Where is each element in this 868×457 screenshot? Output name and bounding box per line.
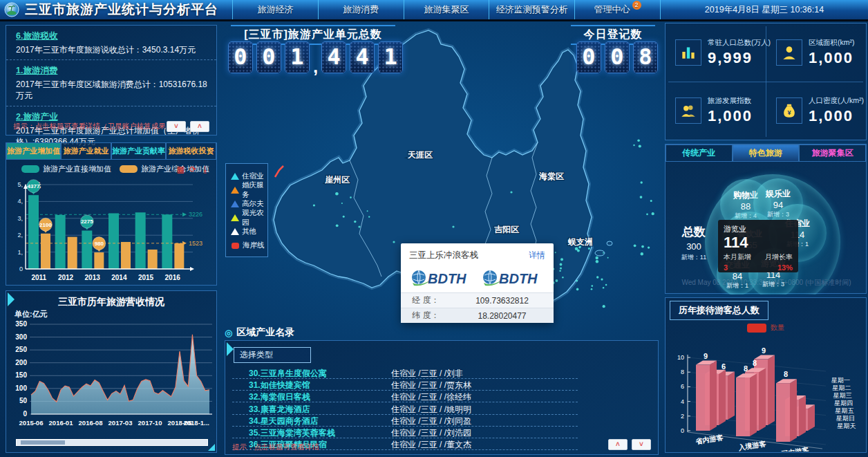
nav-item-5[interactable]: 管理中心2: [574, 0, 661, 19]
svg-text:0: 0: [23, 410, 27, 418]
svg-text:100: 100: [15, 384, 27, 392]
directory-item-type: 住宿业 /三亚 / /刘非: [391, 368, 463, 380]
header-datetime: 2019年4月8日 星期三 10:36:14: [661, 4, 868, 16]
svg-text:2015-06: 2015-06: [19, 419, 44, 427]
summary-list: 6.旅游税收2017年三亚市年度旅游说收总计：3450.3.14万元1.旅游消费…: [6, 26, 216, 152]
directory-prev-button[interactable]: ˄: [608, 439, 628, 450]
stat-cell-2: 区域面积(km²)1,000: [766, 24, 867, 82]
directory-item-type: 住宿业 /三亚 / /贾东林: [391, 380, 471, 391]
directory-item-type: 住宿业 /三亚 / /刘同盈: [391, 416, 471, 427]
bullet-icon: ◎: [225, 328, 232, 338]
map-legend-item-6[interactable]: 海岸线: [231, 239, 267, 252]
industry-chart-panel: 旅游产业增加值旅游产业就业旅游产业贡献率旅游税收投资 旅游产业直接增加值旅游产业…: [6, 142, 217, 286]
stat-value: 1,000: [708, 107, 753, 125]
bar-chart-icon: [675, 39, 701, 66]
tab-2[interactable]: 旅游产业就业: [61, 143, 111, 160]
chart-scrollbar[interactable]: [16, 439, 208, 446]
category-panel: 传统产业特色旅游旅游聚集区 总数 300 新增：11 购物业88新增：4娱乐业9…: [665, 144, 867, 294]
nav-item-2[interactable]: 旅游消费: [318, 0, 404, 19]
directory-row-1: 30.三亚帛生度假公寓住宿业 /三亚 / /刘非: [232, 367, 578, 379]
coordinate-value: 18.28020477: [451, 311, 554, 321]
directory-item-name[interactable]: 35.三亚海棠湾芙蓉客栈: [249, 427, 335, 439]
svg-text:2016: 2016: [165, 274, 181, 281]
svg-text:星期一: 星期一: [831, 377, 850, 384]
industry-panel-tools: ▦ ⟳ ⭳: [177, 165, 209, 174]
type-filter-select[interactable]: 选择类型: [234, 347, 311, 363]
data-view-icon[interactable]: ▦: [177, 165, 185, 174]
svg-text:2018-1...: 2018-1...: [184, 419, 210, 427]
stat-cell-4: ¥人口密度(人/km²)1,000: [766, 82, 867, 140]
directory-next-button[interactable]: ˅: [632, 439, 651, 450]
summary-item-title[interactable]: 6.旅游税收: [16, 30, 208, 42]
svg-text:5,: 5,: [17, 181, 23, 188]
svg-text:2,: 2,: [17, 232, 23, 239]
category-tab-3[interactable]: 旅游聚集区: [799, 144, 866, 162]
svg-text:星期三: 星期三: [833, 392, 852, 399]
map-legend-item-2[interactable]: 婚庆服务: [231, 183, 267, 197]
tooltip-monthly-label: 本月新增: [724, 252, 751, 262]
bubble-total-value: 300: [671, 241, 717, 252]
svg-text:星期二: 星期二: [831, 384, 851, 391]
poi-detail-link[interactable]: 详情: [529, 250, 545, 261]
district-label-1: 天涯区: [407, 150, 433, 160]
bubble-total-label: 总数: [671, 224, 717, 240]
svg-text:BDTH: BDTH: [499, 271, 538, 286]
counter-digit: 1: [285, 41, 310, 73]
tab-4[interactable]: 旅游税收投资: [166, 143, 216, 160]
header: 三亚市旅游产业统计与分析平台 旅游经济旅游消费旅游集聚区经济监测预警分析管理中心…: [0, 0, 868, 19]
map-legend-item-4[interactable]: 观光农园: [231, 211, 267, 225]
bubble-tooltip: 游览业 114 本月新增 月增长率 3 13%: [718, 220, 798, 272]
app-logo-icon: [4, 2, 19, 17]
coordinate-label: 纬 度：: [401, 310, 451, 321]
stat-value: 1,000: [809, 107, 864, 125]
svg-text:300: 300: [15, 333, 27, 341]
visitors-chart-title: 历年接待游客总人数: [670, 301, 768, 320]
category-tab-1[interactable]: 传统产业: [666, 144, 733, 162]
nav-item-4[interactable]: 经济监测预警分析: [489, 0, 574, 19]
tab-3[interactable]: 旅游产业贡献率: [111, 143, 166, 160]
stats-panel: 常驻人口总数(万人)9,999区域面积(km²)1,000旅游发展指数1,000…: [665, 23, 867, 140]
svg-text:2275: 2275: [81, 218, 93, 225]
summary-prev-button[interactable]: ˅: [167, 121, 186, 132]
nav-item-3[interactable]: 旅游集聚区: [404, 0, 489, 19]
svg-text:1523: 1523: [189, 240, 202, 247]
refresh-icon[interactable]: ⟳: [189, 165, 196, 174]
triangle-marker-icon: [231, 173, 239, 180]
stat-cell-3: 旅游发展指数1,000: [666, 82, 766, 140]
nav-item-1[interactable]: 旅游经济: [232, 0, 318, 19]
revenue-area-chart: 0501001502002503003502015-062016-012016-…: [9, 319, 215, 436]
tab-1[interactable]: 旅游产业增加值: [6, 143, 61, 160]
total-units-counter: 001,441: [228, 41, 403, 73]
revenue-chart-panel: 三亚市历年旅游营收情况 单位:亿元 0501001502002503003502…: [6, 290, 217, 453]
industry-bar-chart: 01,2,3,4,5,万元201120122013201420152016322…: [8, 179, 216, 284]
chart-scrollbar-handle[interactable]: [21, 440, 65, 445]
directory-item-name[interactable]: 32.海棠假日客栈: [249, 391, 310, 403]
directory-item-name[interactable]: 33.康喜龙海酒店: [249, 404, 310, 416]
bdth-logo-icon: BDTH: [481, 268, 545, 288]
svg-text:2014: 2014: [111, 274, 127, 281]
directory-item-name[interactable]: 31.如佳快捷宾馆: [249, 380, 310, 391]
svg-text:2011: 2011: [31, 274, 46, 281]
svg-text:2: 2: [681, 413, 684, 420]
svg-text:星期五: 星期五: [835, 407, 854, 414]
svg-text:4,: 4,: [17, 198, 23, 205]
category-tab-2[interactable]: 特色旅游: [733, 144, 800, 162]
page-title: 三亚市旅游产业统计与分析平台: [25, 1, 218, 19]
svg-text:2017-10: 2017-10: [138, 419, 162, 427]
summary-item-desc: 2017年三亚市年度旅游说收总计：3450.3.14万元: [16, 44, 208, 55]
summary-next-button[interactable]: ˄: [190, 121, 209, 132]
counter-digit: 8: [633, 41, 658, 73]
download-icon[interactable]: ⭳: [201, 165, 209, 174]
summary-item-title[interactable]: 1.旅游消费: [16, 65, 208, 77]
legend-swatch-1: [21, 165, 39, 173]
svg-text:3226: 3226: [189, 211, 202, 218]
svg-text:国内游客: 国内游客: [781, 446, 809, 451]
svg-text:50: 50: [19, 397, 28, 404]
poi-coordinates: 经 度：109.73632812纬 度：18.28020477: [401, 292, 554, 323]
svg-text:星期天: 星期天: [836, 422, 856, 429]
directory-item-name[interactable]: 34.星天园商务酒店: [249, 416, 319, 427]
directory-header: ◎ 区域产业名录: [225, 326, 294, 339]
directory-item-name[interactable]: 30.三亚帛生度假公寓: [249, 368, 327, 380]
svg-text:2016-01: 2016-01: [49, 419, 74, 427]
triangle-marker-icon: [231, 200, 239, 207]
